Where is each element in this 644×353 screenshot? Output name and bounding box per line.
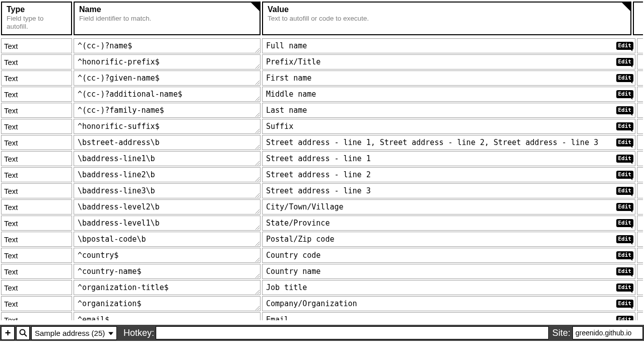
edit-button[interactable]: Edit [616,90,634,98]
edit-button[interactable]: Edit [616,58,634,66]
type-cell[interactable]: Text [1,199,72,215]
type-cell[interactable]: Text [1,135,72,150]
resize-grip-icon[interactable] [254,208,260,214]
extra-cell[interactable] [637,151,643,166]
name-cell[interactable]: ^organization$ [74,296,261,311]
extra-cell[interactable] [637,216,643,231]
help-corner-icon[interactable]: ? [622,3,630,11]
name-cell[interactable]: \baddress-line3\b [74,183,261,198]
extra-cell[interactable] [637,135,643,150]
hotkey-input[interactable] [156,326,549,339]
name-cell[interactable]: ^(cc-)?given-name$ [74,70,261,86]
type-cell[interactable]: Text [1,54,72,69]
name-cell[interactable]: ^(cc-)?family-name$ [74,103,261,118]
extra-cell[interactable] [637,54,643,69]
value-cell[interactable]: Prefix/TitleEdit [262,54,635,69]
resize-grip-icon[interactable] [254,192,260,197]
type-cell[interactable]: Text [1,119,72,134]
value-cell[interactable]: Postal/Zip codeEdit [262,232,635,247]
resize-grip-icon[interactable] [254,96,260,101]
name-cell[interactable]: ^country$ [74,248,261,263]
resize-grip-icon[interactable] [254,144,260,149]
type-cell[interactable]: Text [1,103,72,118]
resize-grip-icon[interactable] [254,225,260,230]
extra-cell[interactable] [637,119,643,134]
value-cell[interactable]: EmailEdit [262,312,635,320]
type-cell[interactable]: Text [1,216,72,231]
edit-button[interactable]: Edit [616,187,634,195]
extra-cell[interactable] [637,232,643,247]
edit-button[interactable]: Edit [616,203,634,211]
type-cell[interactable]: Text [1,183,72,198]
name-cell[interactable]: \baddress-level2\b [74,199,261,215]
extra-cell[interactable] [637,38,643,53]
edit-button[interactable]: Edit [616,284,634,292]
extra-cell[interactable] [637,248,643,263]
extra-cell[interactable] [637,312,643,320]
value-cell[interactable]: SuffixEdit [262,119,635,134]
edit-button[interactable]: Edit [616,235,634,243]
name-cell[interactable]: ^honorific-suffix$ [74,119,261,134]
resize-grip-icon[interactable] [254,289,260,294]
resize-grip-icon[interactable] [254,176,260,181]
name-cell[interactable]: \bpostal-code\b [74,232,261,247]
value-cell[interactable]: Company/OrganizationEdit [262,296,635,311]
edit-button[interactable]: Edit [616,171,634,179]
resize-grip-icon[interactable] [254,128,260,133]
edit-button[interactable]: Edit [616,42,634,50]
edit-button[interactable]: Edit [616,219,634,227]
edit-button[interactable]: Edit [616,316,634,320]
value-cell[interactable]: Country nameEdit [262,264,635,279]
extra-cell[interactable] [637,103,643,118]
value-cell[interactable]: Middle nameEdit [262,87,635,102]
value-cell[interactable]: Full nameEdit [262,38,635,53]
value-cell[interactable]: Country codeEdit [262,248,635,263]
name-cell[interactable]: ^(cc-)?additional-name$ [74,87,261,102]
name-cell[interactable]: \baddress-line1\b [74,151,261,166]
type-cell[interactable]: Text [1,296,72,311]
name-cell[interactable]: ^organization-title$ [74,280,261,295]
resize-grip-icon[interactable] [254,257,260,262]
type-cell[interactable]: Text [1,167,72,182]
extra-cell[interactable] [637,264,643,279]
name-cell[interactable]: \baddress-level1\b [74,216,261,231]
extra-cell[interactable] [637,280,643,295]
type-cell[interactable]: Text [1,264,72,279]
add-button[interactable]: + [1,326,15,340]
resize-grip-icon[interactable] [254,273,260,278]
value-cell[interactable]: Last nameEdit [262,103,635,118]
edit-button[interactable]: Edit [616,267,634,275]
extra-cell[interactable] [637,183,643,198]
value-cell[interactable]: Street address - line 1Edit [262,151,635,166]
type-cell[interactable]: Text [1,312,72,320]
resize-grip-icon[interactable] [254,160,260,165]
edit-button[interactable]: Edit [616,300,634,308]
extra-cell[interactable] [637,199,643,215]
search-button[interactable] [16,326,30,340]
value-cell[interactable]: Street address - line 2Edit [262,167,635,182]
resize-grip-icon[interactable] [254,241,260,246]
name-cell[interactable]: ^country-name$ [74,264,261,279]
help-corner-icon[interactable]: ? [251,3,260,11]
type-cell[interactable]: Text [1,87,72,102]
value-cell[interactable]: Job titleEdit [262,280,635,295]
edit-button[interactable]: Edit [616,251,634,259]
type-cell[interactable]: Text [1,38,72,53]
type-cell[interactable]: Text [1,232,72,247]
edit-button[interactable]: Edit [616,122,634,130]
type-cell[interactable]: Text [1,70,72,86]
value-cell[interactable]: Street address - line 1, Street address … [262,135,635,150]
resize-grip-icon[interactable] [254,47,260,52]
resize-grip-icon[interactable] [254,80,260,85]
name-cell[interactable]: \baddress-line2\b [74,167,261,182]
extra-cell[interactable] [637,167,643,182]
edit-button[interactable]: Edit [616,74,634,82]
name-cell[interactable]: \bstreet-address\b [74,135,261,150]
extra-cell[interactable] [637,296,643,311]
name-cell[interactable]: ^email$ [74,312,261,320]
name-cell[interactable]: ^(cc-)?name$ [74,38,261,53]
value-cell[interactable]: State/ProvinceEdit [262,216,635,231]
edit-button[interactable]: Edit [616,138,634,147]
extra-cell[interactable] [637,70,643,86]
edit-button[interactable]: Edit [616,106,634,114]
